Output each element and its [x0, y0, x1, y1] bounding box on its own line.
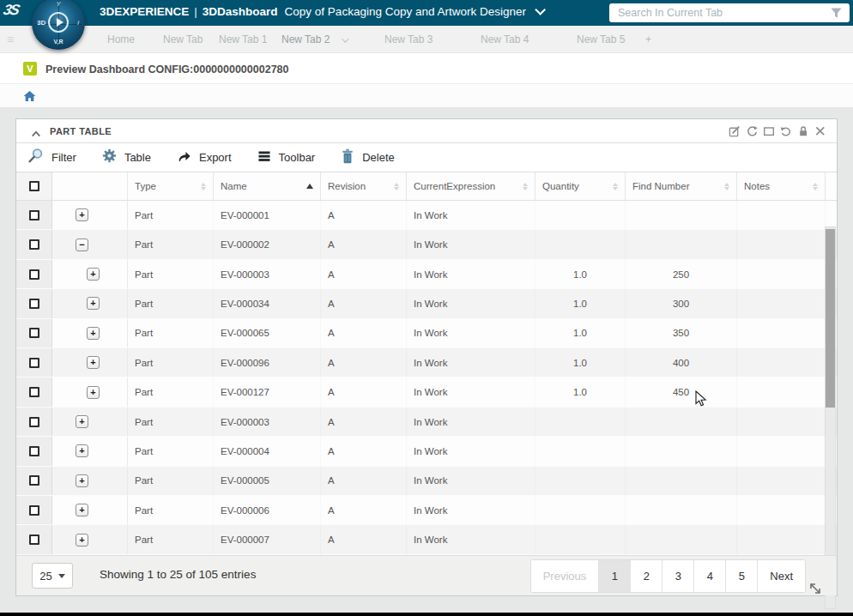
cell-find_number	[626, 525, 737, 553]
tab-chevron-down-icon[interactable]	[342, 35, 349, 42]
tab-new-tab-2[interactable]: New Tab 2	[281, 33, 347, 45]
page-button-5[interactable]: 5	[726, 560, 758, 592]
expand-toggle[interactable]: +	[87, 356, 100, 369]
row-checkbox[interactable]	[29, 299, 39, 309]
edit-icon[interactable]	[729, 125, 741, 137]
sort-icon[interactable]	[523, 183, 528, 190]
row-checkbox[interactable]	[29, 328, 39, 338]
column-header-find_number[interactable]: Find Number	[626, 172, 737, 200]
column-header-notes[interactable]: Notes	[737, 172, 826, 200]
dashboard-tab-bar: ≡ HomeNew TabNew Tab 1New Tab 2New Tab 3…	[0, 26, 853, 53]
table-row[interactable]: +PartEV-000007AIn Work	[16, 525, 837, 554]
sort-icon[interactable]	[724, 183, 729, 190]
compass-play-button[interactable]	[48, 12, 69, 33]
previous-page-button[interactable]: Previous	[531, 560, 600, 592]
cell-name: EV-000007	[214, 525, 321, 553]
collapse-chevron-up-icon[interactable]	[31, 126, 41, 142]
lock-icon[interactable]	[797, 125, 809, 137]
vertical-scrollbar[interactable]	[825, 226, 836, 609]
table-row[interactable]: +PartEV-000127AIn Work1.0450	[16, 377, 837, 407]
table-row[interactable]: +PartEV-000001AIn Work	[16, 201, 837, 230]
column-header-current_expression[interactable]: CurrentExpression	[407, 172, 535, 200]
sort-icon[interactable]	[394, 183, 399, 190]
expand-toggle[interactable]: +	[87, 297, 100, 310]
table-row[interactable]: +PartEV-000006AIn Work	[16, 496, 837, 525]
undo-icon[interactable]	[780, 125, 792, 137]
row-checkbox[interactable]	[29, 269, 39, 280]
filter-button[interactable]: Filter	[28, 148, 76, 166]
table-row[interactable]: +PartEV-000096AIn Work1.0400	[16, 348, 837, 377]
row-checkbox[interactable]	[29, 475, 39, 486]
table-row[interactable]: +PartEV-000065AIn Work1.0350	[16, 319, 837, 348]
row-checkbox[interactable]	[29, 505, 39, 516]
expand-toggle[interactable]: +	[76, 208, 88, 221]
select-all-checkbox[interactable]	[29, 181, 39, 191]
tab-new-tab-1[interactable]: New Tab 1	[219, 33, 267, 45]
column-header-type[interactable]: Type	[128, 172, 214, 200]
compass-top-label: Y	[57, 1, 61, 7]
row-checkbox[interactable]	[29, 446, 39, 456]
tab-new-tab-3[interactable]: New Tab 3	[384, 33, 433, 45]
collapse-toggle[interactable]: −	[76, 239, 88, 251]
hamburger-menu-icon[interactable]: ≡	[7, 33, 14, 46]
sort-ascending-icon[interactable]	[306, 184, 313, 189]
cell-find_number: 300	[626, 289, 737, 317]
sort-icon[interactable]	[613, 183, 618, 190]
next-page-button[interactable]: Next	[758, 560, 805, 592]
refresh-icon[interactable]	[746, 125, 758, 137]
page-size-select[interactable]: 25	[32, 563, 73, 589]
row-checkbox[interactable]	[29, 417, 39, 427]
close-icon[interactable]	[814, 125, 826, 137]
sort-icon[interactable]	[201, 183, 206, 190]
column-header-revision[interactable]: Revision	[321, 172, 407, 200]
preview-widget-icon: V	[23, 62, 37, 75]
filter-funnel-icon[interactable]	[830, 7, 843, 23]
export-button[interactable]: Export	[177, 149, 232, 166]
expand-toggle[interactable]: +	[76, 444, 88, 457]
tab-new-tab-4[interactable]: New Tab 4	[481, 33, 529, 45]
home-icon[interactable]	[23, 90, 36, 106]
column-header-name[interactable]: Name	[214, 172, 321, 200]
row-checkbox[interactable]	[29, 210, 39, 220]
table-row[interactable]: +PartEV-000004AIn Work	[16, 437, 837, 466]
scrollbar-thumb[interactable]	[826, 229, 835, 408]
resize-handle-icon[interactable]	[808, 582, 822, 599]
page-button-2[interactable]: 2	[631, 560, 662, 592]
table-row[interactable]: +PartEV-000003AIn Work1.0250	[16, 260, 837, 289]
tab-home[interactable]: Home	[107, 33, 135, 45]
expand-toggle[interactable]: +	[76, 534, 88, 547]
page-button-3[interactable]: 3	[662, 560, 694, 592]
expand-toggle[interactable]: +	[87, 268, 100, 281]
table-row[interactable]: +PartEV-000005AIn Work	[16, 467, 837, 496]
cell-revision: A	[321, 230, 407, 258]
page-button-1[interactable]: 1	[599, 560, 631, 592]
expand-toggle[interactable]: +	[87, 386, 100, 399]
cell-type: Part	[128, 377, 214, 406]
search-input[interactable]	[618, 3, 815, 22]
page-button-4[interactable]: 4	[694, 560, 726, 592]
column-header-quantity[interactable]: Quantity	[535, 172, 626, 200]
expand-toggle[interactable]: +	[76, 474, 88, 487]
tab-new-tab[interactable]: New Tab	[163, 33, 203, 45]
tab-new-tab-5[interactable]: New Tab 5	[577, 33, 625, 45]
delete-button[interactable]: Delete	[341, 148, 395, 167]
expand-toggle[interactable]: +	[76, 415, 88, 428]
tab-+[interactable]: +	[645, 33, 651, 45]
dashboard-title[interactable]: Copy of Packaging Copy and Artwork Desig…	[285, 5, 526, 18]
expand-toggle[interactable]: +	[87, 327, 100, 340]
cell-find_number: 450	[626, 377, 737, 406]
sort-icon[interactable]	[813, 183, 818, 190]
row-checkbox[interactable]	[29, 358, 39, 368]
maximize-icon[interactable]	[763, 125, 775, 137]
expand-toggle[interactable]: +	[76, 504, 88, 516]
table-row[interactable]: +PartEV-000034AIn Work1.0300	[16, 289, 837, 318]
row-checkbox[interactable]	[29, 239, 39, 250]
table-row[interactable]: −PartEV-000002AIn Work	[16, 230, 837, 259]
chevron-down-icon[interactable]	[535, 4, 546, 15]
row-checkbox[interactable]	[29, 534, 39, 545]
toolbar-button[interactable]: Toolbar	[257, 150, 316, 166]
row-checkbox[interactable]	[29, 387, 39, 397]
compass-bottom-label: V,R	[53, 39, 63, 45]
table-settings-button[interactable]: Table	[102, 148, 151, 166]
table-row[interactable]: +PartEV-000003AIn Work	[16, 408, 837, 437]
